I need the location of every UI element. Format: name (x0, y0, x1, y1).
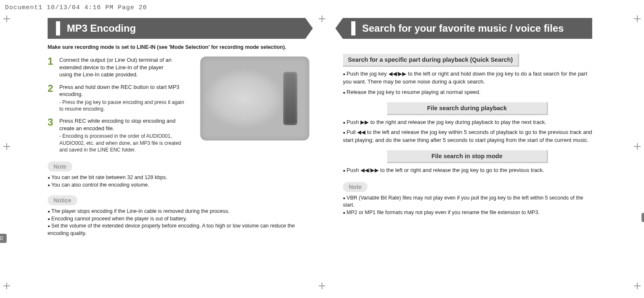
notice-label: Notice (48, 195, 77, 205)
step-subtext: - Press the jog key to pause encoding an… (59, 99, 185, 112)
list-item: Push ▶▶ to the right and release the jog… (343, 119, 592, 126)
subsection-heading: Search for a specific part during playba… (343, 54, 519, 67)
note-label: Note (48, 162, 72, 172)
heading-bar-icon (56, 21, 60, 35)
note-item: VBR (Variable Bit Rate) files may not pl… (343, 194, 592, 209)
note-list: VBR (Variable Bit Rate) files may not pl… (343, 194, 592, 217)
step-number: 1 (48, 56, 59, 78)
notice-item: Set the volume of the extended device pr… (48, 222, 305, 237)
list-item: Release the jog key to resume playing at… (343, 88, 592, 96)
crop-mark-icon (3, 15, 10, 22)
page-spread: MP3 Encoding Make sure recording mode is… (18, 18, 626, 277)
bullet-list: Push the jog key ◀◀/▶▶ to the left or ri… (343, 70, 592, 96)
step-list: 1 Connect the output (or Line Out) termi… (48, 56, 305, 153)
note-label: Note (343, 182, 368, 192)
step-text: Connect the output (or Line Out) termina… (59, 57, 172, 78)
subsection-heading: File search during playback (387, 102, 548, 115)
notice-item: Encoding cannot proceed when the player … (48, 215, 305, 223)
list-item: Push ◀◀/▶▶ to the left or right and rele… (343, 167, 592, 174)
section-title: Search for your favorite music / voice f… (362, 23, 564, 34)
device-diagram (200, 56, 309, 141)
left-page: MP3 Encoding Make sure recording mode is… (18, 18, 322, 240)
crop-mark-icon (3, 143, 10, 150)
bullet-list: Push ◀◀/▶▶ to the left or right and rele… (343, 167, 592, 174)
crop-mark-icon (3, 283, 10, 289)
note-list: You can set the bit rate between 32 and … (48, 174, 305, 189)
note-item: You can also control the encoding volume… (48, 182, 305, 189)
heading-bar-icon (351, 21, 355, 35)
page-number: 21 (641, 213, 644, 222)
note-item: MP2 or MP1 file formats may not play eve… (343, 209, 592, 217)
section-heading: MP3 Encoding (48, 18, 305, 39)
step-text: Press REC while encoding to stop encodin… (59, 118, 175, 131)
list-item: Push the jog key ◀◀/▶▶ to the left or ri… (343, 70, 592, 86)
step-text: Press and hold down the REC button to st… (59, 84, 180, 98)
crop-mark-icon (319, 283, 325, 289)
subsection-heading: File search in stop mode (387, 150, 548, 163)
section-heading: Search for your favorite music / voice f… (343, 18, 592, 39)
crop-mark-icon (634, 143, 641, 150)
lead-text: Make sure recording mode is set to LINE-… (48, 44, 305, 51)
notice-item: The player stops encoding if the Line-In… (48, 208, 305, 215)
section-title: MP3 Encoding (67, 23, 136, 34)
list-item: Pull ◀◀ to the left and release the jog … (343, 129, 592, 144)
right-page: Search for your favorite music / voice f… (322, 18, 626, 220)
print-header: Document1 10/13/04 4:16 PM Page 20 (0, 0, 644, 14)
bullet-list: Push ▶▶ to the right and release the jog… (343, 119, 592, 145)
step-number: 3 (48, 117, 59, 153)
note-item: You can set the bit rate between 32 and … (48, 174, 305, 182)
step-number: 2 (48, 83, 59, 112)
crop-mark-icon (634, 283, 641, 289)
step-subtext: - Encoding is processed in the order of … (59, 133, 189, 153)
page-number: 20 (0, 234, 7, 243)
notice-list: The player stops encoding if the Line-In… (48, 208, 305, 237)
crop-mark-icon (634, 15, 641, 22)
